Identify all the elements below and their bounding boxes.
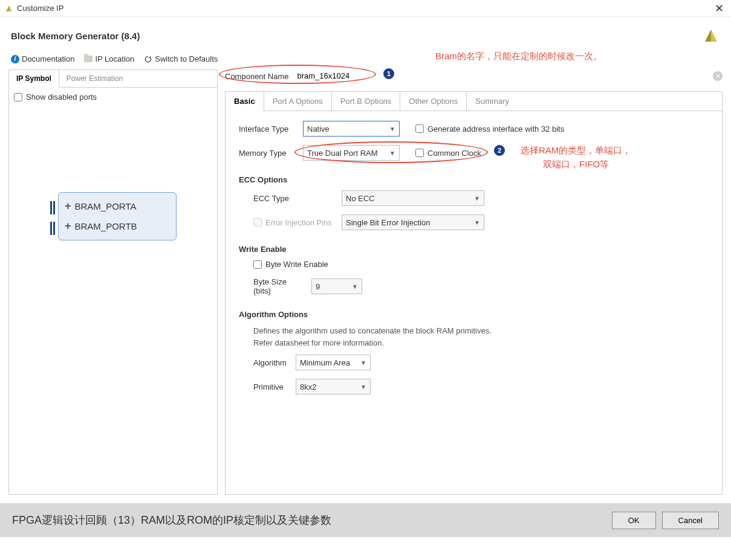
refresh-icon — [144, 55, 152, 63]
close-button[interactable]: ✕ — [712, 2, 726, 15]
tab-other[interactable]: Other Options — [400, 92, 467, 111]
error-injection-label: Error Injection Pins — [265, 218, 332, 227]
error-injection-input — [253, 218, 262, 227]
documentation-label: Documentation — [22, 54, 74, 63]
component-name-input[interactable] — [294, 69, 709, 83]
generate-32bit-label: Generate address interface with 32 bits — [427, 124, 564, 134]
generate-32bit-checkbox[interactable]: Generate address interface with 32 bits — [415, 124, 564, 134]
switch-defaults-link[interactable]: Switch to Defaults — [144, 54, 218, 63]
header: Block Memory Generator (8.4) — [0, 17, 731, 51]
error-injection-value: Single Bit Error Injection — [346, 218, 430, 227]
common-clock-checkbox[interactable]: Common Clock — [415, 149, 481, 158]
tab-basic[interactable]: Basic — [226, 92, 264, 111]
footer-caption: FPGA逻辑设计回顾（13）RAM以及ROM的IP核定制以及关键参数 — [12, 513, 606, 527]
component-name-label: Component Name — [225, 72, 289, 81]
chevron-down-icon: ▼ — [389, 150, 395, 156]
tab-ip-symbol[interactable]: IP Symbol — [9, 70, 59, 88]
chevron-down-icon: ▼ — [360, 384, 366, 390]
toolbar: i Documentation IP Location Switch to De… — [0, 51, 731, 69]
common-clock-label: Common Clock — [427, 149, 481, 158]
component-name-row: 1 Component Name ✕ — [225, 69, 723, 83]
interface-type-row: Interface Type Native ▼ Generate address… — [239, 121, 709, 137]
left-pane: IP Symbol Power Estimation Show disabled… — [8, 69, 218, 495]
right-pane: 1 Component Name ✕ Basic Port A Options … — [225, 69, 723, 495]
chevron-down-icon: ▼ — [474, 195, 480, 202]
right-tabs-wrap: Basic Port A Options Port B Options Othe… — [225, 91, 723, 495]
annotation-ram-type: 选择RAM的类型，单端口， 双端口，FIFO等 — [521, 144, 631, 171]
memory-type-value: True Dual Port RAM — [307, 149, 378, 158]
port-a[interactable]: + BRAM_PORTA — [65, 200, 170, 213]
annotation-bram-name: Bram的名字，只能在定制的时候改一次。 — [435, 51, 602, 62]
algorithm-select[interactable]: Minimum Area ▼ — [296, 355, 371, 370]
left-tabs: IP Symbol Power Estimation — [9, 70, 217, 88]
tab-power-estimation[interactable]: Power Estimation — [59, 70, 131, 87]
right-tabs: Basic Port A Options Port B Options Othe… — [226, 92, 722, 111]
app-logo-icon — [5, 4, 13, 13]
byte-size-label: Byte Size (bits) — [253, 277, 305, 295]
algorithm-options-title: Algorithm Options — [239, 310, 709, 319]
tab-port-b[interactable]: Port B Options — [332, 92, 401, 111]
ip-location-link[interactable]: IP Location — [84, 54, 134, 63]
byte-size-select[interactable]: 9 ▼ — [311, 278, 362, 294]
byte-write-enable-input[interactable] — [253, 260, 262, 269]
chevron-down-icon: ▼ — [474, 219, 480, 226]
primitive-select[interactable]: 8kx2 ▼ — [296, 379, 371, 394]
expand-icon: + — [65, 200, 71, 213]
interface-type-value: Native — [307, 124, 330, 134]
common-clock-input[interactable] — [415, 149, 424, 157]
ip-symbol-diagram: + BRAM_PORTA + BRAM_PORTB — [50, 192, 177, 240]
byte-write-enable-checkbox[interactable]: Byte Write Enable — [253, 260, 328, 269]
clear-button[interactable]: ✕ — [713, 71, 723, 81]
ecc-options-title: ECC Options — [239, 175, 709, 184]
memory-type-select[interactable]: True Dual Port RAM ▼ — [303, 145, 400, 161]
port-b-label: BRAM_PORTB — [75, 221, 137, 231]
interface-type-label: Interface Type — [239, 124, 297, 134]
algorithm-row: Algorithm Minimum Area ▼ — [253, 355, 709, 370]
ip-block: + BRAM_PORTA + BRAM_PORTB — [58, 192, 177, 240]
switch-defaults-label: Switch to Defaults — [155, 54, 218, 63]
byte-write-enable-label: Byte Write Enable — [265, 260, 328, 269]
generate-32bit-input[interactable] — [415, 124, 424, 133]
byte-write-enable-row: Byte Write Enable — [253, 260, 709, 269]
byte-size-value: 9 — [316, 282, 320, 291]
info-icon: i — [11, 55, 19, 63]
documentation-link[interactable]: i Documentation — [11, 54, 74, 63]
expand-icon: + — [65, 220, 71, 233]
error-injection-checkbox: Error Injection Pins — [253, 218, 336, 227]
ip-location-label: IP Location — [95, 54, 134, 63]
show-disabled-ports-input[interactable] — [14, 93, 22, 101]
left-body: Show disabled ports + BRAM_PORTA + BRAM_… — [9, 88, 217, 245]
ok-button[interactable]: OK — [612, 512, 656, 529]
primitive-label: Primitive — [253, 382, 290, 391]
primitive-value: 8kx2 — [300, 382, 316, 391]
memory-type-label: Memory Type — [239, 149, 297, 158]
window-title: Customize IP — [17, 4, 63, 13]
chevron-down-icon: ▼ — [389, 126, 395, 132]
error-injection-select: Single Bit Error Injection ▼ — [342, 214, 484, 230]
tab-port-a[interactable]: Port A Options — [264, 92, 332, 111]
interface-type-select[interactable]: Native ▼ — [303, 121, 400, 137]
error-injection-row: Error Injection Pins Single Bit Error In… — [253, 214, 709, 230]
primitive-row: Primitive 8kx2 ▼ — [253, 379, 709, 394]
write-enable-title: Write Enable — [239, 245, 709, 254]
ecc-type-select[interactable]: No ECC ▼ — [342, 190, 484, 206]
chevron-down-icon: ▼ — [360, 359, 366, 366]
algorithm-value: Minimum Area — [300, 358, 350, 367]
port-b[interactable]: + BRAM_PORTB — [65, 220, 170, 233]
ecc-type-label: ECC Type — [253, 194, 336, 203]
port-a-label: BRAM_PORTA — [75, 201, 137, 211]
algorithm-label: Algorithm — [253, 358, 290, 367]
chevron-down-icon: ▼ — [352, 283, 358, 290]
title-bar: Customize IP ✕ — [0, 0, 731, 17]
annotation-badge-1: 1 — [383, 68, 394, 79]
cancel-button[interactable]: Cancel — [662, 512, 719, 529]
tab-summary[interactable]: Summary — [467, 92, 518, 111]
main: IP Symbol Power Estimation Show disabled… — [0, 69, 731, 503]
port-b-bus-icon — [50, 222, 56, 235]
show-disabled-ports-checkbox[interactable]: Show disabled ports — [14, 92, 212, 101]
memory-type-row: 2 Memory Type True Dual Port RAM ▼ Commo… — [239, 145, 709, 161]
algorithm-help: Defines the algorithm used to concatenat… — [239, 325, 709, 349]
ecc-type-value: No ECC — [346, 194, 375, 203]
folder-icon — [84, 56, 93, 62]
vivado-logo-icon — [702, 27, 720, 45]
